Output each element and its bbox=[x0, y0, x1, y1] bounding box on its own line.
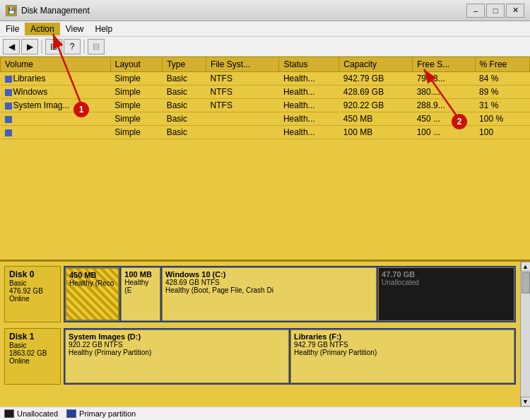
table-cell: 100 ... bbox=[413, 126, 475, 139]
legend-unallocated-box bbox=[4, 409, 14, 418]
col-volume[interactable]: Volume bbox=[1, 57, 111, 72]
table-cell: Health... bbox=[279, 126, 339, 139]
disk-type: Basic bbox=[9, 342, 56, 349]
col-free[interactable]: Free S... bbox=[413, 57, 475, 72]
table-cell: Simple bbox=[110, 72, 162, 86]
table-cell: NTFS bbox=[206, 72, 279, 86]
table-cell: Health... bbox=[279, 112, 339, 126]
disk-id: Disk 0 bbox=[9, 269, 56, 279]
menu-help[interactable]: Help bbox=[90, 23, 119, 35]
table-cell bbox=[206, 126, 279, 139]
partition-container: System Images (D:) 920.22 GB NTFS Health… bbox=[64, 328, 516, 385]
forward-button[interactable]: ▶ bbox=[21, 39, 38, 54]
partition-size: 428.69 GB NTFS bbox=[165, 279, 373, 286]
toolbar-separator bbox=[41, 40, 42, 54]
status-bar: Unallocated Primary partition bbox=[0, 407, 530, 420]
window-title: Disk Management bbox=[21, 6, 90, 16]
table-row[interactable]: LibrariesSimpleBasicNTFSHealth...942.79 … bbox=[1, 72, 530, 86]
menu-file[interactable]: File bbox=[0, 23, 25, 35]
col-status[interactable]: Status bbox=[279, 57, 339, 72]
app-icon: 💾 bbox=[6, 5, 17, 16]
partition[interactable]: Windows 10 (C:) 428.69 GB NTFS Healthy (… bbox=[162, 267, 377, 321]
table-cell: 288.9... bbox=[413, 99, 475, 112]
table-cell: Basic bbox=[163, 112, 206, 126]
partition-info: Healthy (Primary Partition) bbox=[294, 349, 511, 356]
table-cell: 100 bbox=[475, 126, 529, 139]
disk-size: 1863.02 GB bbox=[9, 349, 56, 357]
volume-icon bbox=[5, 116, 12, 123]
back-button[interactable]: ◀ bbox=[3, 39, 20, 54]
partition-size: Unallocated bbox=[382, 279, 511, 286]
scroll-up-button[interactable]: ▲ bbox=[521, 262, 531, 272]
minimize-button[interactable]: – bbox=[466, 4, 485, 18]
volume-icon bbox=[5, 103, 12, 110]
table-row[interactable]: SimpleBasicHealth...450 MB450 ...100 % bbox=[1, 112, 530, 126]
disk-map-area: Disk 0 Basic 476.92 GB Online 450 MB Hea… bbox=[0, 262, 530, 407]
toolbar: ◀ ▶ ⊞ ? ⊟ bbox=[0, 37, 530, 57]
help-button[interactable]: ? bbox=[64, 39, 81, 54]
scroll-thumb[interactable] bbox=[522, 272, 530, 293]
partition-name: Windows 10 (C:) bbox=[165, 270, 373, 279]
legend-unallocated: Unallocated bbox=[4, 409, 58, 418]
disk-id: Disk 1 bbox=[9, 332, 56, 342]
scroll-down-button[interactable]: ▼ bbox=[521, 397, 531, 407]
table-cell: Basic bbox=[163, 86, 206, 99]
table-cell: 100 MB bbox=[339, 126, 413, 139]
scroll-track[interactable] bbox=[521, 272, 531, 397]
table-row[interactable]: SimpleBasicHealth...100 MB100 ...100 bbox=[1, 126, 530, 139]
rescan-button[interactable]: ⊟ bbox=[88, 39, 105, 54]
menu-bar: File Action View Help bbox=[0, 21, 530, 37]
table-cell: 84 % bbox=[475, 72, 529, 86]
legend-primary-box bbox=[66, 409, 76, 418]
menu-view[interactable]: View bbox=[60, 23, 90, 35]
partition-size: 942.79 GB NTFS bbox=[294, 341, 511, 349]
table-cell: 380.... bbox=[413, 86, 475, 99]
table-cell: Simple bbox=[110, 86, 162, 99]
vertical-scrollbar[interactable]: ▲ ▼ bbox=[520, 262, 530, 407]
table-cell: 428.69 GB bbox=[339, 86, 413, 99]
col-type[interactable]: Type bbox=[163, 57, 206, 72]
col-capacity[interactable]: Capacity bbox=[339, 57, 413, 72]
properties-button[interactable]: ⊞ bbox=[45, 39, 62, 54]
volume-icon bbox=[5, 129, 12, 136]
partition[interactable]: 100 MB Healthy (E bbox=[121, 267, 160, 321]
partition-size: Healthy (Reco bbox=[69, 279, 115, 287]
col-filesystem[interactable]: File Syst... bbox=[206, 57, 279, 72]
volume-icon bbox=[5, 89, 12, 96]
partition-name: System Images (D:) bbox=[69, 332, 285, 341]
title-bar: 💾 Disk Management – □ ✕ bbox=[0, 0, 530, 21]
col-layout[interactable]: Layout bbox=[110, 57, 162, 72]
partition[interactable]: 450 MB Healthy (Reco bbox=[65, 267, 119, 321]
disk-row: Disk 0 Basic 476.92 GB Online 450 MB Hea… bbox=[4, 266, 516, 322]
disk-status: Online bbox=[9, 357, 56, 365]
toolbar-separator-2 bbox=[83, 40, 85, 54]
table-cell: Health... bbox=[279, 86, 339, 99]
partition-container: 450 MB Healthy (Reco 100 MB Healthy (E W… bbox=[64, 266, 516, 322]
table-cell bbox=[206, 112, 279, 126]
col-pct-free[interactable]: % Free bbox=[475, 57, 529, 72]
partition-size: 920.22 GB NTFS bbox=[69, 341, 285, 349]
table-cell: 31 % bbox=[475, 99, 529, 112]
partition[interactable]: 47.70 GB Unallocated bbox=[378, 267, 514, 321]
partition[interactable]: System Images (D:) 920.22 GB NTFS Health… bbox=[65, 329, 289, 383]
table-row[interactable]: System Imag...SimpleBasicNTFSHealth...92… bbox=[1, 99, 530, 112]
maximize-button[interactable]: □ bbox=[486, 4, 505, 18]
table-cell: Simple bbox=[110, 112, 162, 126]
close-button[interactable]: ✕ bbox=[506, 4, 524, 18]
table-area: Volume Layout Type File Syst... Status C… bbox=[0, 57, 530, 262]
menu-action[interactable]: Action bbox=[25, 23, 59, 35]
table-cell: 942.79 GB bbox=[339, 72, 413, 86]
table-row[interactable]: WindowsSimpleBasicNTFSHealth...428.69 GB… bbox=[1, 86, 530, 99]
table-cell: 450 ... bbox=[413, 112, 475, 126]
table-cell: Simple bbox=[110, 126, 162, 139]
partition[interactable]: Libraries (F:) 942.79 GB NTFS Healthy (P… bbox=[290, 329, 514, 383]
disk-label: Disk 0 Basic 476.92 GB Online bbox=[4, 266, 61, 322]
disk-type: Basic bbox=[9, 279, 56, 287]
table-cell: Basic bbox=[163, 99, 206, 112]
volume-icon bbox=[5, 76, 12, 83]
legend-primary: Primary partition bbox=[66, 409, 136, 418]
legend-unallocated-label: Unallocated bbox=[17, 409, 58, 418]
partition-name: 47.70 GB bbox=[382, 270, 511, 279]
partition-name: Libraries (F:) bbox=[294, 332, 511, 341]
disk-status: Online bbox=[9, 295, 56, 303]
